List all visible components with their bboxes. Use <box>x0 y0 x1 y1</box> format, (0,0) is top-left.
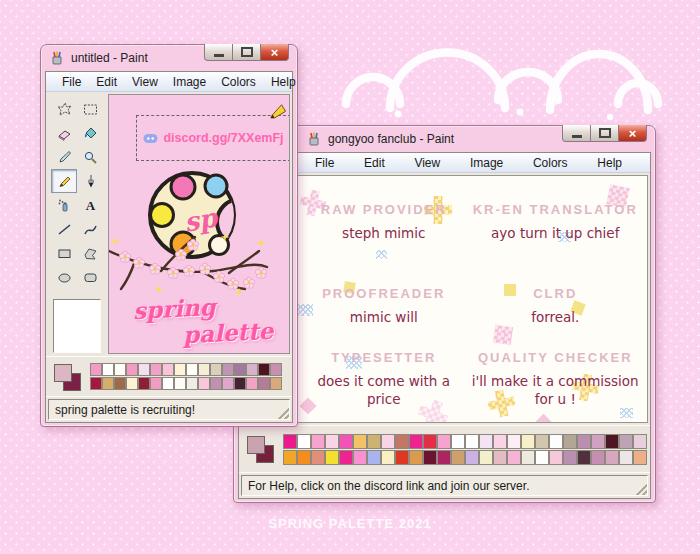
color-swatch[interactable] <box>186 363 198 376</box>
close-button[interactable]: × <box>618 125 647 142</box>
menu-item[interactable]: Colors <box>219 74 258 90</box>
magnifier-tool[interactable] <box>77 145 103 169</box>
fill-with-color-tool[interactable] <box>77 121 103 145</box>
color-swatch[interactable] <box>535 450 549 465</box>
color-swatch[interactable] <box>210 363 222 376</box>
color-swatch[interactable] <box>619 450 633 465</box>
color-swatch[interactable] <box>222 363 234 376</box>
color-swatch[interactable] <box>283 434 297 449</box>
brush-tool[interactable] <box>77 169 103 193</box>
rectangle-tool[interactable] <box>51 241 77 265</box>
color-swatch[interactable] <box>605 450 619 465</box>
color-swatch[interactable] <box>633 450 647 465</box>
color-swatch[interactable] <box>395 450 409 465</box>
color-swatch[interactable] <box>451 450 465 465</box>
color-swatch[interactable] <box>297 450 311 465</box>
color-swatch[interactable] <box>174 363 186 376</box>
color-swatch[interactable] <box>126 377 138 390</box>
menu-item[interactable]: Help <box>595 155 624 171</box>
line-tool[interactable] <box>51 217 77 241</box>
color-swatch[interactable] <box>258 363 270 376</box>
color-swatch[interactable] <box>479 450 493 465</box>
color-swatch[interactable] <box>563 450 577 465</box>
color-swatch[interactable] <box>549 434 563 449</box>
menu-item[interactable]: View <box>130 74 160 90</box>
color-swatch[interactable] <box>619 434 633 449</box>
color-swatch[interactable] <box>577 450 591 465</box>
color-swatch[interactable] <box>297 434 311 449</box>
color-swatch[interactable] <box>339 450 353 465</box>
color-swatch[interactable] <box>353 450 367 465</box>
maximize-button[interactable] <box>232 44 261 61</box>
color-swatch[interactable] <box>465 434 479 449</box>
pick-color-tool[interactable] <box>51 145 77 169</box>
tool-options-box[interactable] <box>53 299 101 353</box>
color-swatch[interactable] <box>270 363 282 376</box>
color-swatch[interactable] <box>234 363 246 376</box>
color-swatch[interactable] <box>162 363 174 376</box>
color-swatch[interactable] <box>353 434 367 449</box>
menu-item[interactable]: Edit <box>94 74 119 90</box>
color-swatch[interactable] <box>339 434 353 449</box>
drawing-canvas[interactable]: discord.gg/7XXemFj <box>108 94 290 354</box>
eraser-tool[interactable] <box>51 121 77 145</box>
color-swatch[interactable] <box>591 434 605 449</box>
color-swatch[interactable] <box>234 377 246 390</box>
color-swatch[interactable] <box>423 450 437 465</box>
color-swatch[interactable] <box>210 377 222 390</box>
color-swatch[interactable] <box>138 363 150 376</box>
color-swatch[interactable] <box>409 434 423 449</box>
menu-item[interactable]: Image <box>171 74 208 90</box>
menu-item[interactable]: Help <box>269 74 298 90</box>
color-swatch[interactable] <box>186 377 198 390</box>
color-swatch[interactable] <box>102 377 114 390</box>
color-swatch[interactable] <box>437 450 451 465</box>
color-swatch[interactable] <box>535 434 549 449</box>
color-swatch[interactable] <box>549 450 563 465</box>
color-swatch[interactable] <box>381 450 395 465</box>
color-swatch[interactable] <box>174 377 186 390</box>
color-swatch[interactable] <box>577 434 591 449</box>
minimize-button[interactable] <box>562 125 591 142</box>
color-swatch[interactable] <box>479 434 493 449</box>
color-swatch[interactable] <box>563 434 577 449</box>
menu-item[interactable]: View <box>412 155 442 171</box>
color-swatch[interactable] <box>90 363 102 376</box>
color-swatch[interactable] <box>138 377 150 390</box>
airbrush-tool[interactable] <box>51 193 77 217</box>
color-swatch[interactable] <box>381 434 395 449</box>
title-bar[interactable]: untitled - Paint × <box>41 45 297 71</box>
color-swatch[interactable] <box>150 363 162 376</box>
color-swatch[interactable] <box>150 377 162 390</box>
color-swatch[interactable] <box>198 363 210 376</box>
color-swatch[interactable] <box>521 434 535 449</box>
menu-item[interactable]: File <box>60 74 83 90</box>
foreground-color-swatch[interactable] <box>54 364 72 382</box>
color-swatch[interactable] <box>507 450 521 465</box>
maximize-button[interactable] <box>590 125 619 142</box>
color-swatch[interactable] <box>367 450 381 465</box>
color-swatch[interactable] <box>437 434 451 449</box>
color-swatch[interactable] <box>258 377 270 390</box>
color-swatch[interactable] <box>591 450 605 465</box>
color-swatch[interactable] <box>311 450 325 465</box>
free-form-select-tool[interactable] <box>51 97 77 121</box>
color-swatch[interactable] <box>222 377 234 390</box>
ellipse-tool[interactable] <box>51 265 77 289</box>
polygon-tool[interactable] <box>77 241 103 265</box>
select-tool[interactable] <box>77 97 103 121</box>
curve-tool[interactable] <box>77 217 103 241</box>
color-swatch[interactable] <box>521 450 535 465</box>
color-swatch[interactable] <box>395 434 409 449</box>
color-swatch[interactable] <box>198 377 210 390</box>
discord-link-selection[interactable]: discord.gg/7XXemFj <box>136 115 290 161</box>
color-swatch[interactable] <box>270 377 282 390</box>
color-swatch[interactable] <box>367 434 381 449</box>
close-button[interactable]: × <box>260 44 289 61</box>
color-swatch[interactable] <box>114 377 126 390</box>
color-swatch[interactable] <box>246 363 258 376</box>
drawing-canvas[interactable]: RAW PROVIDER steph mimic KR-EN TRANSLATO… <box>241 175 648 423</box>
minimize-button[interactable] <box>204 44 233 61</box>
color-swatch[interactable] <box>423 434 437 449</box>
color-swatch[interactable] <box>325 434 339 449</box>
